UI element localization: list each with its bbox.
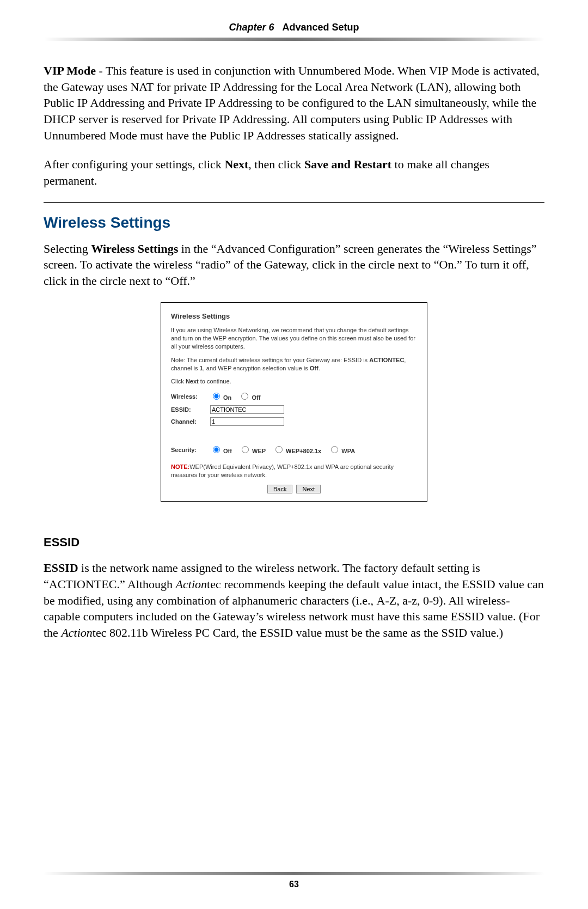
wireless-intro-paragraph: Selecting Wireless Settings in the “Adva… [44, 241, 544, 289]
essid-row: ESSID: [171, 405, 417, 414]
security-off-option[interactable]: Off [210, 448, 234, 454]
security-wep-label: WEP [252, 448, 266, 454]
security-wep8021x-option[interactable]: WEP+802.1x [273, 448, 323, 454]
security-wpa-label: WPA [341, 448, 355, 454]
security-wep8021x-radio[interactable] [275, 446, 283, 453]
wireless-off-label: Off [252, 394, 260, 401]
essid-input[interactable] [210, 405, 284, 414]
panel-container: Wireless Settings If you are using Wirel… [44, 302, 544, 502]
wireless-row: Wireless: On Off [171, 391, 417, 402]
channel-row: Channel: [171, 417, 417, 426]
wireless-settings-panel: Wireless Settings If you are using Wirel… [161, 302, 427, 502]
channel-input[interactable] [210, 417, 284, 426]
panel-security-note: NOTE:WEP(Wired Equivalent Privacy), WEP+… [171, 463, 417, 479]
back-button[interactable]: Back [267, 485, 292, 493]
chapter-title: Advanced Setup [283, 22, 359, 33]
channel-label: Channel: [171, 418, 210, 426]
essid-label: ESSID: [171, 406, 210, 414]
security-label: Security: [171, 446, 210, 454]
security-wpa-radio[interactable] [331, 446, 338, 453]
vip-mode-paragraph: VIP Mode - This feature is used in conju… [44, 63, 544, 143]
wireless-on-label: On [223, 394, 231, 401]
body-text: VIP Mode - This feature is used in conju… [44, 63, 544, 641]
after-config-paragraph: After configuring your settings, click N… [44, 156, 544, 188]
panel-intro-1: If you are using Wireless Networking, we… [171, 326, 417, 351]
essid-heading: ESSID [44, 534, 544, 551]
panel-title: Wireless Settings [171, 312, 417, 321]
wireless-label: Wireless: [171, 393, 210, 401]
security-wep8021x-label: WEP+802.1x [286, 448, 321, 454]
security-radio-group: Off WEP WEP+802.1x WPA [210, 444, 360, 455]
next-button[interactable]: Next [296, 485, 321, 493]
page-footer: 63 [44, 872, 544, 889]
security-wep-option[interactable]: WEP [239, 448, 267, 454]
page: Chapter 6 Advanced Setup VIP Mode - This… [0, 0, 588, 909]
security-row: Security: Off WEP WEP+802.1x [171, 444, 417, 455]
footer-rule [44, 872, 544, 875]
panel-button-row: Back Next [171, 485, 417, 493]
panel-intro-2: Note: The current default wireless setti… [171, 356, 417, 373]
wireless-settings-heading: Wireless Settings [44, 212, 544, 233]
chapter-header: Chapter 6 Advanced Setup [44, 22, 544, 33]
security-wep-radio[interactable] [242, 446, 249, 453]
wireless-off-option[interactable]: Off [238, 394, 260, 401]
security-off-radio[interactable] [213, 446, 220, 453]
essid-paragraph: ESSID is the network name assigned to th… [44, 560, 544, 640]
section-rule [44, 202, 544, 203]
security-wpa-option[interactable]: WPA [328, 448, 355, 454]
page-number: 63 [44, 880, 544, 889]
chapter-label: Chapter 6 [229, 22, 274, 33]
security-off-label: Off [223, 448, 232, 454]
wireless-on-option[interactable]: On [210, 394, 233, 401]
wireless-off-radio[interactable] [241, 393, 248, 400]
wireless-radio-group: On Off [210, 391, 266, 402]
panel-intro-3: Click Next to continue. [171, 377, 417, 386]
wireless-on-radio[interactable] [213, 393, 220, 400]
header-rule [44, 38, 544, 41]
